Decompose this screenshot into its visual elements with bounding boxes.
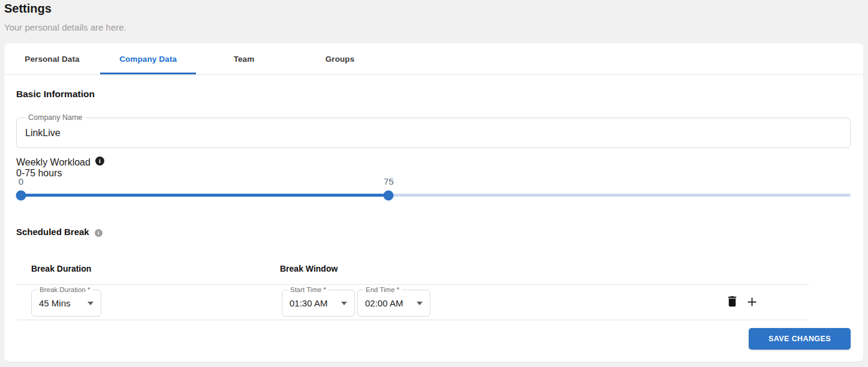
end-time-value: 02:00 AM <box>365 290 403 316</box>
info-icon[interactable]: i <box>95 157 104 166</box>
slider-thumb-max[interactable] <box>384 190 394 200</box>
company-name-label: Company Name <box>25 113 85 122</box>
start-time-select[interactable]: Start Time * 01:30 AM <box>282 290 355 317</box>
page-title: Settings <box>4 2 52 16</box>
end-time-select[interactable]: End Time * 02:00 AM <box>357 290 430 317</box>
break-duration-column-header: Break Duration <box>31 264 91 273</box>
trash-icon <box>725 294 739 308</box>
basic-information-heading: Basic Information <box>16 89 95 100</box>
scheduled-break-text: Scheduled Break <box>16 227 89 237</box>
tab-label: Personal Data <box>25 55 79 64</box>
info-icon[interactable]: i <box>95 229 103 237</box>
slider-thumb-min[interactable] <box>16 190 26 200</box>
company-name-input[interactable] <box>17 118 850 148</box>
chevron-down-icon <box>341 302 347 305</box>
slider-active-track[interactable] <box>16 194 388 197</box>
break-duration-value: 45 Mins <box>39 290 71 316</box>
slider-max-label: 75 <box>384 176 394 186</box>
page-subtitle: Your personal details are here. <box>4 22 126 32</box>
tab-personal-data[interactable]: Personal Data <box>4 43 100 74</box>
chevron-down-icon <box>417 302 423 305</box>
break-duration-select[interactable]: Break Duration * 45 Mins <box>31 290 101 317</box>
tab-company-data[interactable]: Company Data <box>100 43 196 74</box>
row-divider-top <box>16 284 809 285</box>
row-divider-bottom <box>16 320 809 320</box>
add-break-button[interactable] <box>746 296 758 308</box>
tab-label: Team <box>234 55 255 64</box>
tab-label: Company Data <box>119 55 177 64</box>
break-window-column-header: Break Window <box>280 264 337 273</box>
slider-min-label: 0 <box>19 176 23 186</box>
save-changes-button[interactable]: SAVE CHANGES <box>749 328 851 350</box>
plus-icon <box>746 296 758 308</box>
start-time-value: 01:30 AM <box>290 290 327 316</box>
weekly-workload-slider: 0 75 <box>16 176 851 201</box>
delete-break-button[interactable] <box>725 294 739 308</box>
scheduled-break-heading: Scheduled Breaki <box>16 227 103 237</box>
tab-team[interactable]: Team <box>196 43 292 74</box>
tab-label: Groups <box>326 55 355 64</box>
tab-bar: Personal Data Company Data Team Groups <box>4 43 863 75</box>
weekly-workload-text: Weekly Workload <box>16 157 91 167</box>
weekly-workload-label: Weekly Workloadi <box>16 157 104 168</box>
tab-groups[interactable]: Groups <box>292 43 388 74</box>
company-name-field: Company Name <box>16 118 851 148</box>
chevron-down-icon <box>88 302 94 305</box>
settings-card: Personal Data Company Data Team Groups B… <box>4 43 863 362</box>
